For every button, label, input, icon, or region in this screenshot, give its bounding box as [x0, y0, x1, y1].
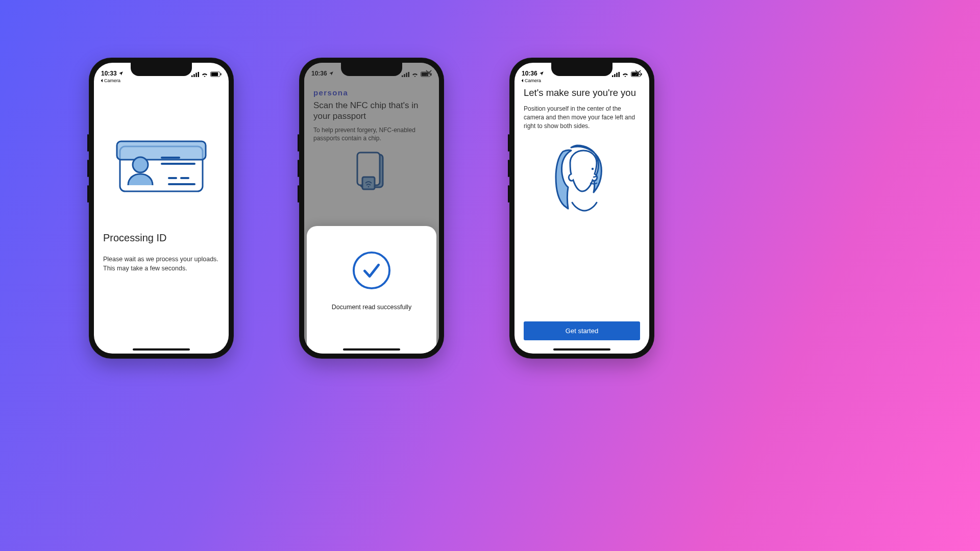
selfie-body: Position yourself in the center of the c…	[524, 105, 636, 130]
phone-mockup-2: 10:36 persona Scan the NFC chip that's i…	[299, 58, 444, 359]
screen-content: persona Scan the NFC chip that's in your…	[304, 63, 439, 354]
phone-mockup-1: 10:33 Camera	[89, 58, 234, 359]
phone-notch	[551, 63, 612, 76]
svg-point-34	[592, 168, 594, 170]
screen-content: Let's make sure you're you Position your…	[514, 63, 649, 354]
svg-point-26	[354, 253, 389, 288]
showcase-stage: 10:33 Camera	[0, 0, 743, 416]
success-message: Document read successfully	[332, 304, 411, 311]
success-check-icon	[352, 251, 391, 290]
home-indicator[interactable]	[343, 348, 400, 350]
phone-mockup-3: 10:36 Camera Let's make sure you're	[509, 58, 654, 359]
screen-content: Processing ID Please wait as we process …	[94, 63, 229, 354]
selfie-title: Let's make sure you're you	[524, 87, 640, 98]
close-icon	[634, 69, 642, 77]
phone-screen-3: 10:36 Camera Let's make sure you're	[514, 63, 649, 354]
processing-title: Processing ID	[103, 232, 219, 244]
phone-notch	[131, 63, 192, 76]
success-sheet: Document read successfully	[307, 226, 436, 354]
home-indicator[interactable]	[133, 348, 190, 350]
svg-point-9	[133, 157, 148, 172]
id-card-scan-icon	[113, 136, 210, 199]
phone-screen-2: 10:36 persona Scan the NFC chip that's i…	[304, 63, 439, 354]
face-illustration-icon	[549, 142, 615, 216]
home-indicator[interactable]	[553, 348, 610, 350]
phone-screen-1: 10:33 Camera	[94, 63, 229, 354]
processing-body: Please wait as we process your uploads. …	[103, 255, 219, 273]
get-started-button[interactable]: Get started	[524, 321, 640, 340]
close-button[interactable]	[634, 68, 642, 80]
phone-notch	[341, 63, 402, 76]
